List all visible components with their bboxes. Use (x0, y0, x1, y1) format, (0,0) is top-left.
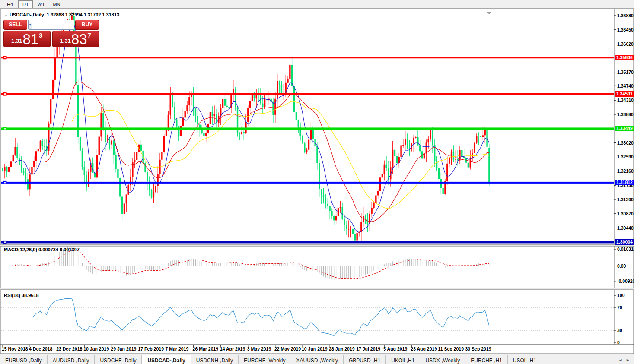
chart-tab-usdchf-daily[interactable]: USDCHF-,Daily (95, 355, 142, 364)
svg-text:1.30440: 1.30440 (617, 225, 634, 231)
svg-text:30: 30 (617, 328, 622, 333)
svg-text:23 Aug 2019: 23 Aug 2019 (411, 346, 437, 351)
toolbar-separator (67, 1, 67, 7)
chart-symbol-label: USDCAD-,Daily (10, 12, 44, 17)
svg-text:0.00: 0.00 (617, 263, 626, 269)
tab-scroll-left-icon[interactable]: ◄ (618, 358, 622, 362)
buy-button-label: BUY (81, 22, 93, 28)
sell-price-prefix: 1.31 (11, 38, 22, 44)
svg-text:17 Feb 2019: 17 Feb 2019 (138, 346, 164, 351)
svg-text:1.33880: 1.33880 (617, 112, 634, 117)
volume-input[interactable] (32, 20, 74, 29)
volume-control: ▼ ▲ (28, 20, 74, 30)
chart-title: ▲USDCAD-,Daily1.32868 1.32994 1.31702 1.… (4, 12, 119, 17)
svg-text:4 Dec 2018: 4 Dec 2018 (29, 346, 52, 351)
svg-text:1.31300: 1.31300 (617, 197, 634, 202)
timeframe-button-mn[interactable]: MN (49, 0, 64, 8)
rsi-name: RSI(14) (4, 293, 20, 298)
chart-tab-usdcnh-daily[interactable]: USDCNH-,Daily (191, 355, 239, 364)
timeframe-button-group: H4D1W1MN (3, 0, 65, 8)
buy-price-pip: 7 (88, 32, 91, 39)
svg-text:30 Sep 2019: 30 Sep 2019 (465, 346, 491, 351)
chart-tab-ukoil-h1[interactable]: UKOil-,H1 (386, 355, 420, 364)
volume-decrease-icon[interactable]: ▼ (29, 20, 32, 29)
chart-tab-eurchf-weekly[interactable]: EURCHF-,Weekly (239, 355, 291, 364)
svg-text:1.32160: 1.32160 (617, 168, 634, 174)
svg-text:17 Jul 2019: 17 Jul 2019 (356, 346, 380, 351)
svg-text:100: 100 (617, 293, 625, 298)
macd-name: MACD(12,26,9) (4, 247, 37, 252)
svg-text:1.32590: 1.32590 (617, 154, 634, 159)
svg-text:5 Aug 2019: 5 Aug 2019 (383, 346, 407, 351)
timeframe-toolbar: H4D1W1MN (0, 0, 634, 9)
chart-tab-eurusd-daily[interactable]: EURUSD-,Daily (0, 355, 48, 364)
timeframe-button-d1[interactable]: D1 (18, 0, 33, 8)
svg-text:7 Mar 2019: 7 Mar 2019 (166, 346, 189, 351)
svg-text:14 Apr 2019: 14 Apr 2019 (220, 346, 245, 351)
tab-scroll-arrows: ◄ ► (615, 355, 634, 364)
sell-price-box[interactable]: 1.31 81 3 (3, 31, 51, 47)
price-level-badge: 1.35606 (615, 55, 634, 60)
price-chart-canvas[interactable]: 1.368801.364501.360201.351701.347401.343… (0, 0, 634, 364)
price-level-badge: 1.34501 (615, 91, 634, 97)
svg-text:11 Sep 2019: 11 Sep 2019 (438, 346, 464, 351)
price-level-badge: 1.30004 (615, 239, 634, 245)
svg-text:0.010311: 0.010311 (617, 247, 634, 252)
svg-text:10 Jun 2019: 10 Jun 2019 (302, 346, 328, 351)
price-level-badge: 1.31812 (615, 180, 634, 185)
svg-text:1.36450: 1.36450 (617, 27, 634, 32)
svg-text:3 May 2019: 3 May 2019 (247, 346, 271, 351)
rsi-value: 38.9618 (22, 293, 39, 298)
svg-text:26 Mar 2019: 26 Mar 2019 (193, 346, 219, 351)
svg-text:70: 70 (617, 305, 622, 310)
buy-price-main: 83 (71, 33, 87, 46)
macd-indicator-label: MACD(12,26,9) 0.000734 0.001397 (4, 247, 80, 252)
svg-text:29 Jan 2019: 29 Jan 2019 (111, 346, 136, 351)
svg-text:0: 0 (617, 340, 620, 345)
svg-text:1.33020: 1.33020 (617, 140, 634, 146)
buy-price-prefix: 1.31 (60, 38, 71, 44)
trading-terminal: { "toolbar": { "timeframes": ["H4", "D1"… (0, 0, 634, 364)
chart-ohlc-values: 1.32868 1.32994 1.31702 1.31813 (47, 12, 119, 17)
chart-tab-usdcad-daily[interactable]: USDCAD-,Daily (142, 355, 191, 364)
chart-tab-usdx-weekly[interactable]: USDX-,Weekly (420, 355, 465, 364)
timeframe-button-h4[interactable]: H4 (3, 0, 17, 8)
svg-text:-0.009203: -0.009203 (617, 279, 634, 284)
chart-tab-usoil-h1[interactable]: USOil-,H1 (508, 355, 542, 364)
svg-text:1.36020: 1.36020 (617, 41, 634, 47)
collapse-triangle-icon[interactable]: ▲ (4, 13, 8, 17)
chart-tab-gbpusd-h1[interactable]: GBPUSD-,H1 (344, 355, 386, 364)
svg-text:1.34740: 1.34740 (617, 83, 634, 89)
tab-scroll-right-icon[interactable]: ► (626, 358, 630, 362)
rsi-indicator-label: RSI(14) 38.9618 (4, 293, 39, 298)
buy-button[interactable]: BUY (75, 20, 99, 30)
chart-tab-eurchf-h1[interactable]: EURCHF-,H1 (465, 355, 508, 364)
macd-values: 0.000734 0.001397 (38, 247, 80, 252)
chart-tabs: EURUSD-,DailyAUDUSD-,DailyUSDCHF-,DailyU… (0, 355, 542, 364)
sell-price-main: 81 (22, 33, 38, 46)
svg-text:10 Jan 2019: 10 Jan 2019 (83, 346, 109, 351)
chart-stage: 1.368801.364501.360201.351701.347401.343… (0, 0, 634, 364)
timeframe-button-w1[interactable]: W1 (34, 0, 48, 8)
svg-text:28 Jun 2019: 28 Jun 2019 (329, 346, 355, 351)
one-click-trading-panel: SELL ▼ ▲ BUY 1.31 81 3 1.31 83 7 (3, 20, 99, 47)
chart-tab-bar: EURUSD-,DailyAUDUSD-,DailyUSDCHF-,DailyU… (0, 355, 634, 364)
svg-text:1.35170: 1.35170 (617, 70, 634, 75)
svg-text:1.36880: 1.36880 (617, 13, 634, 18)
chart-tab-xauusd-weekly[interactable]: XAUUSD-,Weekly (291, 355, 344, 364)
price-level-badge: 1.33449 (615, 126, 634, 131)
svg-text:1.30870: 1.30870 (617, 211, 634, 216)
svg-text:22 May 2019: 22 May 2019 (274, 346, 301, 351)
sell-price-pip: 3 (39, 32, 42, 39)
sell-button[interactable]: SELL (3, 20, 27, 30)
sell-button-label: SELL (8, 22, 22, 28)
buy-price-box[interactable]: 1.31 83 7 (52, 31, 99, 47)
svg-text:1.34310: 1.34310 (617, 98, 634, 103)
svg-text:15 Nov 2018: 15 Nov 2018 (2, 346, 28, 351)
chart-tab-audusd-daily[interactable]: AUDUSD-,Daily (48, 355, 95, 364)
svg-text:23 Dec 2018: 23 Dec 2018 (56, 346, 82, 351)
